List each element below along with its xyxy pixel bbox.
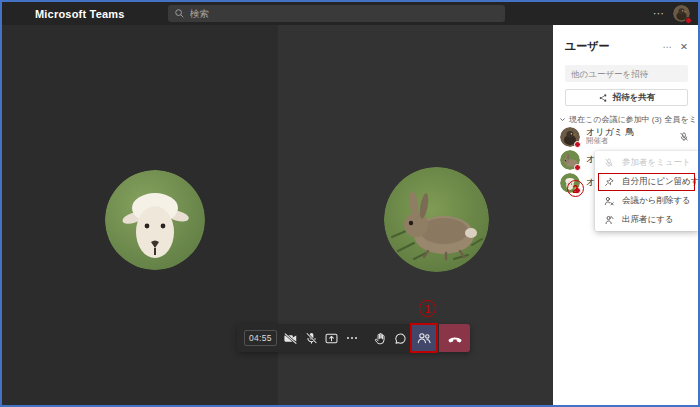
participant-avatar-bird: [560, 127, 580, 147]
show-participants-button[interactable]: [411, 324, 437, 352]
invite-input[interactable]: [565, 65, 688, 82]
section-label: 現在この会議に参加中 (3): [569, 114, 662, 125]
menu-item-remove-from-meeting[interactable]: 会議から削除する: [595, 191, 699, 210]
chevron-down-icon: [559, 116, 566, 123]
top-bar: Microsoft Teams ⋯: [2, 2, 698, 25]
hang-up-button[interactable]: [439, 324, 470, 352]
share-invite-label: 招待を共有: [613, 92, 656, 104]
mic-off-button[interactable]: [301, 324, 321, 352]
panel-header: ユーザー ⋯ ✕: [553, 25, 698, 54]
sheep-avatar: [105, 170, 205, 270]
meeting-timer: 04:55: [244, 330, 277, 346]
participant-avatar-rabbit: [560, 150, 580, 170]
call-controls: 04:55: [237, 324, 470, 352]
mic-off-icon: [603, 157, 615, 169]
search-input[interactable]: [190, 8, 499, 19]
annotation-step-1: 1: [419, 300, 436, 317]
person-attendee-icon: [603, 214, 615, 226]
search-icon: [174, 8, 185, 19]
search-box[interactable]: [168, 5, 505, 22]
share-screen-button[interactable]: [321, 324, 341, 352]
topbar-more-icon[interactable]: ⋯: [653, 8, 664, 19]
menu-item-pin-for-me[interactable]: 自分用にピン留めする: [595, 172, 699, 191]
more-actions-button[interactable]: [342, 324, 362, 352]
share-invite-button[interactable]: 招待を共有: [565, 89, 688, 106]
panel-more-icon[interactable]: ⋯: [663, 41, 673, 52]
participants-section-header[interactable]: 現在この会議に参加中 (3) 全員をミュート: [559, 114, 690, 125]
annotation-step-2: 2: [567, 180, 584, 197]
meeting-stage: 04:55 1: [2, 25, 553, 405]
app-title: Microsoft Teams: [35, 8, 125, 20]
teams-window: Microsoft Teams ⋯: [0, 0, 700, 407]
camera-off-button[interactable]: [281, 324, 301, 352]
participant-role: 開催者: [586, 137, 672, 146]
person-remove-icon: [603, 195, 615, 207]
participant-context-menu: 参加者をミュート 自分用にピン留めする 会議から削除する 出席者にする: [595, 151, 699, 231]
menu-item-make-attendee[interactable]: 出席者にする: [595, 210, 699, 229]
panel-title: ユーザー: [565, 39, 663, 54]
participant-row-bird[interactable]: オリガミ 鳥 開催者: [553, 125, 698, 148]
presence-busy-badge: [574, 164, 581, 171]
rabbit-avatar: [384, 167, 489, 272]
menu-item-mute-participant: 参加者をミュート: [595, 153, 699, 172]
raise-hand-button[interactable]: [370, 324, 390, 352]
presence-busy-badge: [574, 141, 581, 148]
user-avatar[interactable]: [673, 5, 690, 22]
mute-all-link[interactable]: 全員をミュート: [665, 114, 700, 125]
participant-mic-off-icon: [678, 131, 690, 143]
pin-icon: [603, 176, 615, 188]
presence-busy-badge: [685, 17, 692, 24]
panel-close-icon[interactable]: ✕: [680, 41, 688, 52]
chat-button[interactable]: [390, 324, 410, 352]
